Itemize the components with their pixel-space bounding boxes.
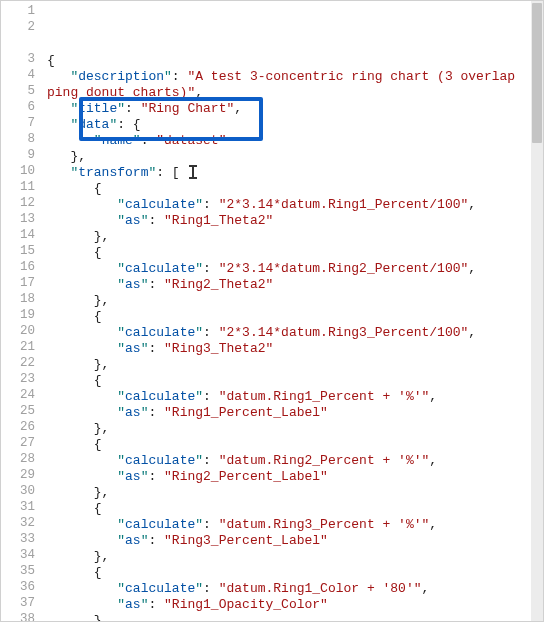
line-number <box>1 36 35 52</box>
code-line[interactable]: "as": "Ring1_Percent_Label" <box>47 405 543 421</box>
code-line[interactable]: }, <box>47 485 543 501</box>
line-number: 14 <box>1 228 35 244</box>
code-line[interactable]: }, <box>47 549 543 565</box>
code-area[interactable]: 12 3456789101112131415161718192021222324… <box>1 1 543 621</box>
code-line[interactable]: { <box>47 565 543 581</box>
code-line[interactable]: "calculate": "2*3.14*datum.Ring1_Percent… <box>47 197 543 213</box>
line-number: 29 <box>1 468 35 484</box>
code-line[interactable]: { <box>47 181 543 197</box>
line-number: 24 <box>1 388 35 404</box>
line-number: 38 <box>1 612 35 621</box>
line-number: 37 <box>1 596 35 612</box>
line-number: 17 <box>1 276 35 292</box>
code-line[interactable]: "title": "Ring Chart", <box>47 101 543 117</box>
line-number: 26 <box>1 420 35 436</box>
code-line[interactable]: "name": "dataset" <box>47 133 543 149</box>
line-number: 12 <box>1 196 35 212</box>
code-line[interactable]: "calculate": "2*3.14*datum.Ring2_Percent… <box>47 261 543 277</box>
code-line[interactable]: "calculate": "datum.Ring2_Percent + '%'"… <box>47 453 543 469</box>
code-line-wrap[interactable]: ping donut charts)", <box>47 85 543 101</box>
line-number: 11 <box>1 180 35 196</box>
code-line[interactable]: }, <box>47 421 543 437</box>
code-line[interactable]: "data": { <box>47 117 543 133</box>
line-number: 2 <box>1 20 35 36</box>
line-number: 30 <box>1 484 35 500</box>
line-number: 27 <box>1 436 35 452</box>
line-number: 19 <box>1 308 35 324</box>
scrollbar-thumb[interactable] <box>532 3 542 143</box>
text-cursor-icon <box>187 165 199 179</box>
line-number: 8 <box>1 132 35 148</box>
code-line[interactable]: { <box>47 245 543 261</box>
code-line[interactable]: "description": "A test 3-concentric ring… <box>47 69 543 85</box>
code-line[interactable]: }, <box>47 149 543 165</box>
code-line[interactable]: { <box>47 309 543 325</box>
line-number: 36 <box>1 580 35 596</box>
code-line[interactable]: }, <box>47 357 543 373</box>
line-number: 21 <box>1 340 35 356</box>
code-line[interactable]: "as": "Ring3_Theta2" <box>47 341 543 357</box>
code-line[interactable]: "as": "Ring2_Theta2" <box>47 277 543 293</box>
line-number: 15 <box>1 244 35 260</box>
line-number: 33 <box>1 532 35 548</box>
code-line[interactable]: "calculate": "datum.Ring3_Percent + '%'"… <box>47 517 543 533</box>
line-number: 13 <box>1 212 35 228</box>
line-number: 23 <box>1 372 35 388</box>
line-number: 9 <box>1 148 35 164</box>
line-number: 4 <box>1 68 35 84</box>
code-line[interactable]: "as": "Ring2_Percent_Label" <box>47 469 543 485</box>
vertical-scrollbar[interactable] <box>531 1 543 621</box>
line-number: 22 <box>1 356 35 372</box>
code-line[interactable]: "as": "Ring3_Percent_Label" <box>47 533 543 549</box>
code-line[interactable]: "calculate": "2*3.14*datum.Ring3_Percent… <box>47 325 543 341</box>
line-number: 16 <box>1 260 35 276</box>
code-line[interactable]: "as": "Ring1_Theta2" <box>47 213 543 229</box>
code-line[interactable]: { <box>47 437 543 453</box>
line-number: 3 <box>1 52 35 68</box>
line-number: 7 <box>1 116 35 132</box>
line-number: 28 <box>1 452 35 468</box>
code-line[interactable]: "as": "Ring1_Opacity_Color" <box>47 597 543 613</box>
code-line[interactable]: }, <box>47 613 543 621</box>
line-number: 35 <box>1 564 35 580</box>
code-line[interactable]: { <box>47 373 543 389</box>
code-line[interactable]: "calculate": "datum.Ring1_Percent + '%'"… <box>47 389 543 405</box>
code-line[interactable]: { <box>47 53 543 69</box>
code-line[interactable]: "transform": [ <box>47 165 543 181</box>
code-editor[interactable]: 12 3456789101112131415161718192021222324… <box>0 0 544 622</box>
line-number: 6 <box>1 100 35 116</box>
line-number: 5 <box>1 84 35 100</box>
line-number: 31 <box>1 500 35 516</box>
line-number: 1 <box>1 4 35 20</box>
code-content[interactable]: { "description": "A test 3-concentric ri… <box>43 1 543 621</box>
code-line[interactable]: }, <box>47 229 543 245</box>
code-line[interactable]: { <box>47 501 543 517</box>
line-number: 25 <box>1 404 35 420</box>
line-number: 18 <box>1 292 35 308</box>
code-line[interactable]: "calculate": "datum.Ring1_Color + '80'", <box>47 581 543 597</box>
line-number: 32 <box>1 516 35 532</box>
line-number: 10 <box>1 164 35 180</box>
code-line[interactable]: }, <box>47 293 543 309</box>
line-number: 20 <box>1 324 35 340</box>
line-number-gutter: 12 3456789101112131415161718192021222324… <box>1 1 43 621</box>
line-number: 34 <box>1 548 35 564</box>
